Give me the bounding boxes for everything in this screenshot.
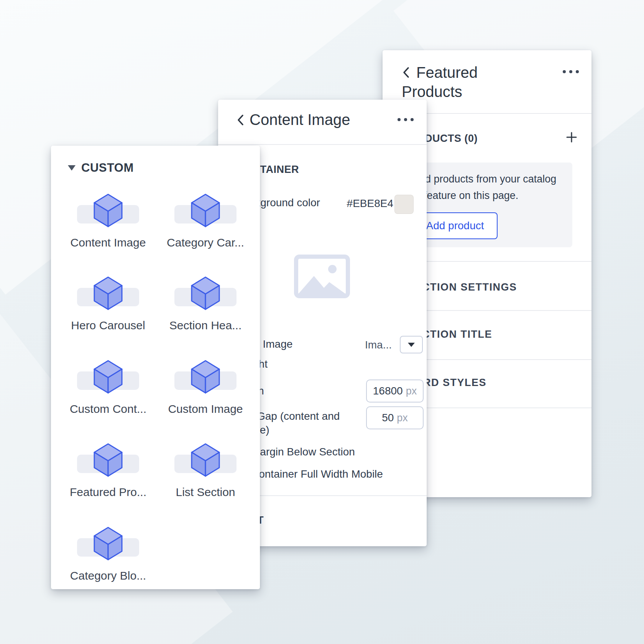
item-label: Content Image [64, 236, 152, 249]
page-builder-screen: Featured Products PRODUCTS (0) Add produ… [0, 0, 644, 644]
image-placeholder-icon [294, 255, 350, 298]
cube-icon [191, 276, 220, 310]
cube-icon [94, 194, 123, 227]
component-item-featured-products[interactable]: Featured Pro... [64, 437, 152, 510]
ellipsis-menu-icon[interactable] [563, 70, 579, 73]
top-gap-unit: px [397, 412, 408, 424]
top-gap-value: 50 [382, 412, 394, 424]
item-label: Section Hea... [161, 319, 250, 332]
custom-section-label: CUSTOM [81, 161, 134, 175]
divider [218, 144, 427, 145]
width-input[interactable]: 16800 px [366, 380, 424, 402]
item-label: Category Car... [161, 236, 250, 249]
item-label: Category Blo... [64, 569, 152, 582]
crop-image-dropdown[interactable] [400, 336, 423, 353]
cube-icon [191, 194, 220, 227]
item-label: Hero Carousel [64, 319, 152, 332]
background-color-value: #EBE8E4 [347, 197, 393, 210]
item-label: Custom Image [161, 402, 250, 416]
dropdown-caret-icon [408, 343, 415, 347]
width-unit: px [406, 385, 417, 397]
add-plus-icon[interactable] [566, 131, 577, 143]
cube-icon [94, 527, 123, 560]
top-gap-input[interactable]: 50 px [366, 406, 424, 429]
component-item-section-header[interactable]: Section Hea... [161, 270, 250, 343]
custom-components-panel: CUSTOM Content Image Category Car... [51, 146, 260, 589]
custom-section-header[interactable]: CUSTOM [68, 161, 134, 175]
panel-title-content-image: Content Image [250, 111, 350, 128]
cube-icon [191, 360, 220, 394]
cube-icon [94, 360, 123, 394]
component-item-custom-image[interactable]: Custom Image [161, 354, 250, 427]
item-label: List Section [161, 486, 250, 499]
empty-products-message: Add products from your catalog to featur… [412, 171, 564, 204]
component-item-category-carousel[interactable]: Category Car... [161, 187, 250, 260]
crop-image-value: Ima... [365, 339, 392, 351]
empty-products-callout: Add products from your catalog to featur… [402, 163, 572, 247]
component-item-hero-carousel[interactable]: Hero Carousel [64, 270, 152, 343]
caret-down-icon [68, 165, 76, 171]
component-item-content-image[interactable]: Content Image [64, 187, 152, 260]
margin-below-label: Margin Below Section [251, 446, 355, 458]
component-item-category-blocks[interactable]: Category Blo... [64, 521, 152, 593]
cube-icon [94, 443, 123, 477]
item-label: Featured Pro... [64, 486, 152, 499]
back-chevron-icon[interactable] [402, 66, 410, 79]
full-width-mobile-label: Container Full Width Mobile [251, 468, 383, 480]
panel-title-featured-products: Featured Products [402, 63, 509, 101]
panel-title-text: Featured Products [402, 64, 478, 100]
color-swatch[interactable] [394, 195, 414, 214]
back-chevron-icon[interactable] [236, 114, 245, 126]
ellipsis-menu-icon[interactable] [398, 118, 414, 121]
cube-icon [191, 443, 220, 477]
component-item-custom-content[interactable]: Custom Cont... [64, 354, 152, 427]
component-item-list-section[interactable]: List Section [161, 437, 250, 510]
item-label: Custom Cont... [64, 402, 152, 416]
cube-icon [94, 276, 123, 310]
width-value: 16800 [373, 385, 403, 397]
